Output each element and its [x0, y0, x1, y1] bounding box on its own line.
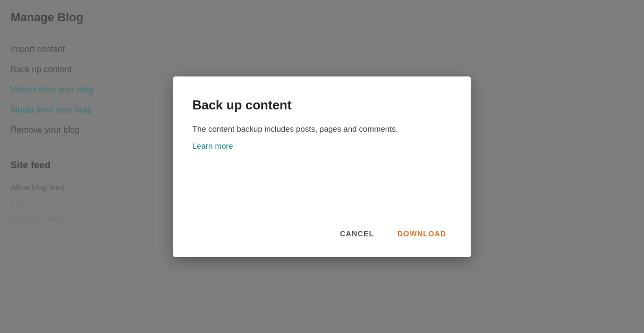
dialog-actions: CANCEL DOWNLOAD: [192, 215, 452, 242]
backup-dialog: Back up content The content backup inclu…: [173, 76, 471, 257]
modal-overlay: Back up content The content backup inclu…: [0, 0, 644, 333]
dialog-body: The content backup includes posts, pages…: [192, 123, 452, 135]
cancel-button[interactable]: CANCEL: [335, 225, 379, 242]
download-button[interactable]: DOWNLOAD: [392, 225, 452, 242]
dialog-spacer: [192, 150, 452, 215]
dialog-title: Back up content: [192, 98, 452, 113]
learn-more-link[interactable]: Learn more: [192, 141, 452, 150]
